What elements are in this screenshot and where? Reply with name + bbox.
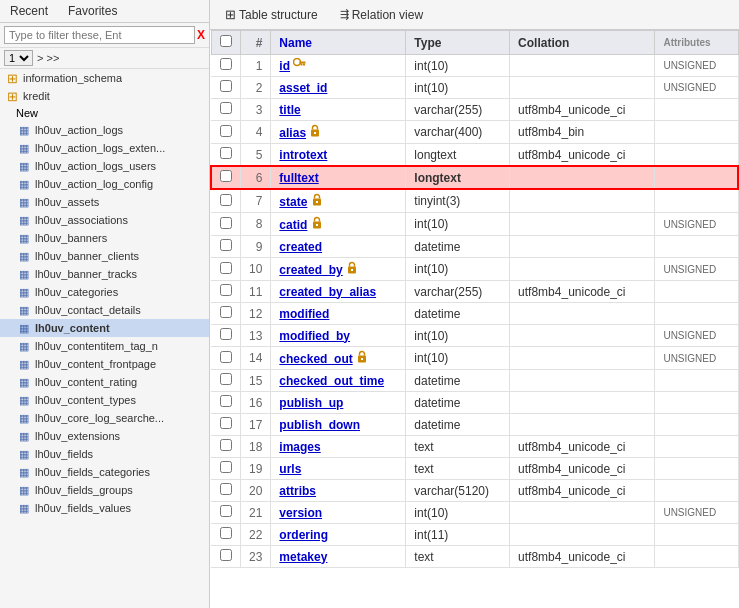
table-icon: ▦ [16,141,32,155]
row-checkbox[interactable] [220,194,232,206]
row-type: int(10) [406,502,510,524]
row-type: text [406,546,510,568]
sidebar-item-lh0uv-core-log-searches[interactable]: ▦ lh0uv_core_log_searche... [0,409,209,427]
page-select[interactable]: 1 [4,50,33,66]
sidebar-item-new[interactable]: New [0,105,209,121]
sidebar-item-lh0uv-content-frontpage[interactable]: ▦ lh0uv_content_frontpage [0,355,209,373]
sidebar-item-lh0uv-associations[interactable]: ▦ lh0uv_associations [0,211,209,229]
row-type: tinyint(3) [406,189,510,213]
row-name[interactable]: catid [271,213,406,236]
row-name[interactable]: fulltext [271,166,406,189]
row-name[interactable]: urls [271,458,406,480]
row-name[interactable]: modified_by [271,325,406,347]
sidebar-filter: X [0,23,209,48]
header-checkbox[interactable] [211,31,241,55]
row-name[interactable]: created_by [271,258,406,281]
table-row: 4alias varchar(400)utf8mb4_bin [211,121,738,144]
sidebar-item-lh0uv-banners[interactable]: ▦ lh0uv_banners [0,229,209,247]
row-attributes: UNSIGNED [655,502,738,524]
row-checkbox[interactable] [220,461,232,473]
row-attributes [655,236,738,258]
sidebar-item-lh0uv-content-rating[interactable]: ▦ lh0uv_content_rating [0,373,209,391]
row-checkbox[interactable] [220,170,232,182]
sidebar-item-lh0uv-fields-categories[interactable]: ▦ lh0uv_fields_categories [0,463,209,481]
row-checkbox[interactable] [220,239,232,251]
row-num: 6 [241,166,271,189]
row-type: varchar(400) [406,121,510,144]
row-checkbox[interactable] [220,102,232,114]
sidebar-item-lh0uv-fields[interactable]: ▦ lh0uv_fields [0,445,209,463]
sidebar-item-lh0uv-contentitem-tag-n[interactable]: ▦ lh0uv_contentitem_tag_n [0,337,209,355]
svg-rect-13 [361,358,363,360]
sidebar-item-lh0uv-banner-clients[interactable]: ▦ lh0uv_banner_clients [0,247,209,265]
row-name[interactable]: images [271,436,406,458]
sidebar-item-lh0uv-assets[interactable]: ▦ lh0uv_assets [0,193,209,211]
sidebar-item-lh0uv-categories[interactable]: ▦ lh0uv_categories [0,283,209,301]
row-checkbox[interactable] [220,549,232,561]
row-checkbox[interactable] [220,351,232,363]
table-row: 17publish_downdatetime [211,414,738,436]
sidebar-item-lh0uv-action-logs[interactable]: ▦ lh0uv_action_logs [0,121,209,139]
row-name[interactable]: state [271,189,406,213]
row-name[interactable]: publish_up [271,392,406,414]
row-name[interactable]: checked_out_time [271,370,406,392]
row-name[interactable]: created [271,236,406,258]
filter-clear-button[interactable]: X [197,28,205,42]
row-checkbox[interactable] [220,58,232,70]
structure-table: # Name Type Collation Attributes 1id int… [210,30,739,568]
row-name[interactable]: asset_id [271,77,406,99]
row-checkbox[interactable] [220,80,232,92]
sidebar-item-information-schema[interactable]: ⊞ information_schema [0,69,209,87]
row-name[interactable]: ordering [271,524,406,546]
table-icon: ▦ [16,357,32,371]
row-checkbox[interactable] [220,395,232,407]
row-name[interactable]: version [271,502,406,524]
sidebar-item-lh0uv-content-types[interactable]: ▦ lh0uv_content_types [0,391,209,409]
row-name[interactable]: introtext [271,144,406,167]
tab-recent[interactable]: Recent [0,0,58,22]
row-checkbox[interactable] [220,483,232,495]
row-checkbox[interactable] [220,439,232,451]
row-checkbox[interactable] [220,373,232,385]
row-name[interactable]: publish_down [271,414,406,436]
row-checkbox[interactable] [220,125,232,137]
row-checkbox[interactable] [220,505,232,517]
sidebar-item-lh0uv-extensions[interactable]: ▦ lh0uv_extensions [0,427,209,445]
row-name[interactable]: modified [271,303,406,325]
sidebar-item-kredit[interactable]: ⊞ kredit [0,87,209,105]
nav-next-button[interactable]: > >> [33,52,63,64]
filter-input[interactable] [4,26,195,44]
table-row: 10created_by int(10)UNSIGNED [211,258,738,281]
select-all-checkbox[interactable] [220,35,232,47]
row-checkbox[interactable] [220,262,232,274]
row-checkbox[interactable] [220,147,232,159]
table-icon: ▦ [16,339,32,353]
table-structure-button[interactable]: ⊞ Table structure [218,4,325,25]
sidebar-item-lh0uv-banner-tracks[interactable]: ▦ lh0uv_banner_tracks [0,265,209,283]
sidebar-item-lh0uv-contact-details[interactable]: ▦ lh0uv_contact_details [0,301,209,319]
row-name[interactable]: created_by_alias [271,281,406,303]
sidebar-item-lh0uv-fields-values[interactable]: ▦ lh0uv_fields_values [0,499,209,517]
tab-favorites[interactable]: Favorites [58,0,127,22]
relation-view-button[interactable]: ⇶ Relation view [333,5,430,25]
row-checkbox[interactable] [220,527,232,539]
table-row: 2asset_idint(10)UNSIGNED [211,77,738,99]
svg-point-0 [294,59,301,66]
row-checkbox[interactable] [220,217,232,229]
row-checkbox[interactable] [220,306,232,318]
row-checkbox[interactable] [220,328,232,340]
row-name[interactable]: checked_out [271,347,406,370]
sidebar-item-lh0uv-content[interactable]: ▦ lh0uv_content [0,319,209,337]
row-name[interactable]: metakey [271,546,406,568]
row-name[interactable]: attribs [271,480,406,502]
sidebar-item-lh0uv-fields-groups[interactable]: ▦ lh0uv_fields_groups [0,481,209,499]
row-collation [510,77,655,99]
sidebar-item-lh0uv-action-logs-users[interactable]: ▦ lh0uv_action_logs_users [0,157,209,175]
sidebar-item-lh0uv-action-log-config[interactable]: ▦ lh0uv_action_log_config [0,175,209,193]
row-name[interactable]: id [271,55,406,77]
row-name[interactable]: alias [271,121,406,144]
row-checkbox[interactable] [220,417,232,429]
sidebar-item-lh0uv-action-logs-exten[interactable]: ▦ lh0uv_action_logs_exten... [0,139,209,157]
row-name[interactable]: title [271,99,406,121]
row-checkbox[interactable] [220,284,232,296]
